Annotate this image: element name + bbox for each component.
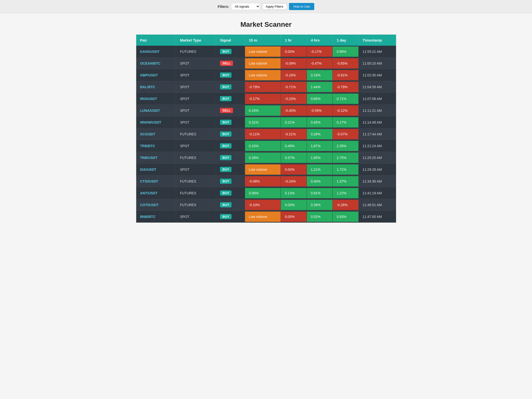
cell-1day-value: -0.07%: [333, 129, 358, 139]
table-row: OCEAN/BTCSPOTSELLLow volume-0.09%-0.47%-…: [136, 57, 396, 69]
cell-1hr-value: 0.00%: [281, 212, 306, 222]
cell-pair[interactable]: LUNA/USDT: [136, 105, 176, 116]
cell-pair[interactable]: CTSI/USDT: [136, 175, 176, 187]
page-title: Market Scanner: [136, 21, 396, 28]
pair-link[interactable]: LUNA/USDT: [140, 109, 160, 113]
pair-link[interactable]: TRB/BTC: [140, 144, 155, 148]
cell-timestamp: 11:02:30 AM: [358, 69, 396, 81]
cell-timestamp: 11:00:10 AM: [358, 57, 396, 69]
pair-link[interactable]: IRIS/USDT: [140, 97, 157, 101]
table-row: ANT/USDTFUTURESBUY0.06%0.13%0.91%1.22%11…: [136, 187, 396, 199]
toolbar: Filters: All signals BUY signals SELL si…: [0, 0, 532, 13]
cell-1day-value: -0.79%: [333, 82, 358, 92]
cell-4hrs-value: 0.52%: [307, 212, 332, 222]
pair-link[interactable]: COTI/USDT: [140, 203, 159, 207]
cell-1hr-value: -0.16%: [281, 70, 306, 80]
cell-1day-value: 0.83%: [333, 212, 358, 222]
cell-pair[interactable]: KAVA/USDT: [136, 46, 176, 57]
cell-pair[interactable]: BAL/BTC: [136, 81, 176, 93]
cell-4hrs: 0.91%: [307, 187, 332, 199]
main-content: Market Scanner Pair Market Type Signal 1…: [131, 13, 401, 230]
pair-link[interactable]: KAVA/USDT: [140, 50, 160, 54]
cell-timestamp: 11:21:24 AM: [358, 140, 396, 152]
cell-pair[interactable]: OCEAN/BTC: [136, 57, 176, 69]
cell-pair[interactable]: BNB/BTC: [136, 211, 176, 223]
cell-signal: BUY: [216, 46, 245, 57]
cell-pair[interactable]: SC/USDT: [136, 128, 176, 140]
cell-pair[interactable]: DIA/USDT: [136, 164, 176, 175]
cell-1hr: 0.00%: [281, 211, 307, 223]
cell-timestamp: 11:47:00 AM: [358, 211, 396, 223]
cell-4hrs: 0.40%: [307, 175, 332, 187]
col-header-market-type: Market Type: [176, 35, 216, 46]
pair-link[interactable]: TRB/USDT: [140, 156, 158, 160]
cell-signal: SELL: [216, 105, 245, 116]
cell-1day: 2.75%: [333, 152, 358, 164]
cell-15m-value: 0.15%: [245, 105, 281, 116]
cell-1hr: -0.16%: [281, 69, 307, 81]
col-header-4hrs: 4 hrs: [307, 35, 332, 46]
cell-4hrs-value: 0.65%: [307, 94, 332, 104]
cell-1day-value: -0.26%: [333, 200, 358, 210]
cell-1hr: 0.21%: [281, 116, 307, 128]
pair-link[interactable]: CTSI/USDT: [140, 179, 158, 183]
col-header-timestamp: Timestamp: [358, 35, 396, 46]
signal-badge: BUY: [220, 179, 232, 184]
signal-badge: BUY: [220, 190, 232, 196]
cell-1day-value: -0.81%: [333, 70, 358, 80]
signal-badge: BUY: [220, 131, 232, 137]
pair-link[interactable]: GBP/USDT: [140, 73, 158, 77]
pair-link[interactable]: BAL/BTC: [140, 85, 155, 89]
pair-link[interactable]: SC/USDT: [140, 132, 155, 136]
cell-1hr: -0.71%: [281, 81, 307, 93]
cell-15m: 0.10%: [245, 140, 281, 152]
cell-4hrs: 0.28%: [307, 128, 332, 140]
pair-link[interactable]: ANT/USDT: [140, 191, 158, 195]
cell-1day-value: 0.71%: [333, 94, 358, 104]
cell-pair[interactable]: WNXM/USDT: [136, 116, 176, 128]
cell-1day: 0.71%: [333, 93, 358, 105]
signal-badge: BUY: [220, 84, 232, 89]
pair-link[interactable]: DIA/USDT: [140, 168, 156, 171]
signal-badge: BUY: [220, 49, 232, 54]
apply-filters-button[interactable]: Apply Filters: [262, 3, 287, 10]
cell-15m-value: Low volume: [245, 212, 281, 222]
cell-1day-value: 0.17%: [333, 117, 358, 128]
cell-timestamp: 11:55:21 AM: [358, 46, 396, 57]
cell-1day-value: 2.75%: [333, 153, 358, 163]
cell-pair[interactable]: GBP/USDT: [136, 69, 176, 81]
cell-1day: 0.88%: [333, 46, 358, 57]
cell-pair[interactable]: TRB/BTC: [136, 140, 176, 152]
how-to-use-button[interactable]: How to Use: [289, 3, 314, 10]
cell-4hrs: 1.21%: [307, 164, 332, 175]
cell-15m-value: Low volume: [245, 46, 281, 57]
cell-timestamp: 11:17:44 AM: [358, 128, 396, 140]
table-row: BAL/BTCSPOTBUY-0.79%-0.71%1.44%-0.79%11:…: [136, 81, 396, 93]
cell-pair[interactable]: COTI/USDT: [136, 199, 176, 211]
signal-badge: BUY: [220, 143, 232, 148]
cell-signal: BUY: [216, 164, 245, 175]
cell-market-type: SPOT: [176, 81, 216, 93]
cell-1day: 2.35%: [333, 140, 358, 152]
pair-link[interactable]: WNXM/USDT: [140, 120, 161, 124]
cell-pair[interactable]: ANT/USDT: [136, 187, 176, 199]
col-header-1day: 1 day: [333, 35, 358, 46]
cell-4hrs-value: 1.67%: [307, 141, 332, 151]
cell-1day: -0.07%: [333, 128, 358, 140]
cell-15m: Low volume: [245, 164, 281, 175]
cell-pair[interactable]: TRB/USDT: [136, 152, 176, 164]
cell-4hrs-value: -0.59%: [307, 105, 332, 116]
signal-badge: SELL: [220, 61, 233, 66]
pair-link[interactable]: OCEAN/BTC: [140, 61, 161, 65]
cell-signal: BUY: [216, 199, 245, 211]
signal-badge: SELL: [220, 108, 233, 113]
filter-select[interactable]: All signals BUY signals SELL signals: [231, 3, 260, 10]
cell-1day: -0.81%: [333, 69, 358, 81]
cell-pair[interactable]: IRIS/USDT: [136, 93, 176, 105]
cell-4hrs-value: 0.45%: [307, 117, 332, 128]
pair-link[interactable]: BNB/BTC: [140, 215, 156, 219]
signal-badge: BUY: [220, 202, 232, 207]
cell-1day-value: -0.12%: [333, 105, 358, 116]
cell-4hrs-value: -0.17%: [307, 46, 332, 57]
signal-badge: BUY: [220, 96, 232, 101]
